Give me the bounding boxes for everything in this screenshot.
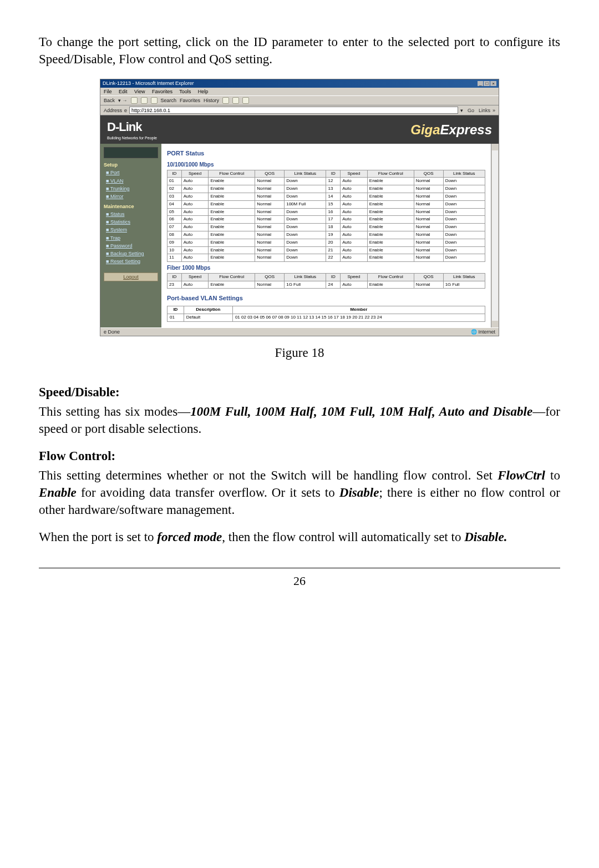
back-button[interactable]: Back <box>104 97 115 104</box>
stop-icon[interactable] <box>131 97 138 104</box>
edit-icon[interactable] <box>242 97 249 104</box>
intro-paragraph: To change the port setting, click on the… <box>39 33 560 68</box>
menu-file[interactable]: File <box>104 89 112 94</box>
table-row[interactable]: 04AutoEnableNormal100M Full15AutoEnableN… <box>167 200 485 208</box>
browser-window: DLink-12213 - Microsoft Internet Explore… <box>100 79 499 336</box>
speed-disable-paragraph: This setting has six modes—100M Full, 10… <box>39 403 560 437</box>
table-row[interactable]: 05AutoEnableNormalDown16AutoEnableNormal… <box>167 208 485 216</box>
sidebar-item-system[interactable]: ■ System <box>106 226 158 233</box>
table-row[interactable]: 06AutoEnableNormalDown17AutoEnableNormal… <box>167 216 485 224</box>
speed-disable-title: Speed/Disable: <box>39 383 560 401</box>
sidebar-item-reset[interactable]: ■ Reset Setting <box>106 258 158 265</box>
sidebar: Setup ■ Port ■ VLAN ■ Trunking ■ Mirror … <box>100 144 161 327</box>
menu-help[interactable]: Help <box>198 89 209 94</box>
sidebar-item-mirror[interactable]: ■ Mirror <box>106 193 158 200</box>
main-panel: PORT Status 10/100/1000 Mbps IDSpeedFlow… <box>161 144 491 327</box>
minimize-icon[interactable]: _ <box>478 81 483 86</box>
browser-titlebar: DLink-12213 - Microsoft Internet Explore… <box>100 79 499 88</box>
history-button[interactable]: History <box>204 97 219 104</box>
browser-menubar[interactable]: File Edit View Favorites Tools Help <box>100 88 499 95</box>
status-right: 🌐 Internet <box>471 329 495 335</box>
favorites-button[interactable]: Favorites <box>180 97 200 104</box>
table-row[interactable]: 07AutoEnableNormalDown18AutoEnableNormal… <box>167 224 485 231</box>
table-row[interactable]: 03AutoEnableNormalDown14AutoEnableNormal… <box>167 193 485 201</box>
browser-toolbar[interactable]: Back ▾ → Search Favorites History <box>100 95 499 105</box>
home-icon[interactable] <box>151 97 158 104</box>
fiber-heading: Fiber 1000 Mbps <box>167 264 485 272</box>
browser-statusbar: e Done 🌐 Internet <box>100 327 499 336</box>
print-icon[interactable] <box>232 97 239 104</box>
logout-button[interactable]: Logout <box>104 272 158 281</box>
menu-view[interactable]: View <box>134 89 145 94</box>
menu-tools[interactable]: Tools <box>179 89 191 94</box>
table-row[interactable]: 09AutoEnableNormalDown20AutoEnableNormal… <box>167 239 485 246</box>
scrollbar[interactable] <box>491 144 499 327</box>
address-input[interactable] <box>129 107 458 114</box>
sidebar-item-backup[interactable]: ■ Backup Setting <box>106 250 158 257</box>
go-button[interactable]: Go <box>468 107 474 114</box>
flow-control-paragraph-1: This setting determines whether or not t… <box>39 467 560 518</box>
port-status-heading: PORT Status <box>167 149 485 158</box>
table-row[interactable]: 11AutoEnableNormalDown22AutoEnableNormal… <box>167 254 485 262</box>
screenshot-figure: DLink-12213 - Microsoft Internet Explore… <box>100 79 499 336</box>
sidebar-group-setup: Setup <box>104 162 158 168</box>
menu-favorites[interactable]: Favorites <box>152 89 172 94</box>
dlink-logo: D-Link <box>107 120 141 134</box>
sidebar-item-trunking[interactable]: ■ Trunking <box>106 185 158 192</box>
dlink-tagline: Building Networks for People <box>107 135 157 140</box>
figure-caption: Figure 18 <box>39 344 560 361</box>
window-controls[interactable]: _□× <box>477 80 496 87</box>
table-row[interactable]: 02AutoEnableNormalDown13AutoEnableNormal… <box>167 185 485 193</box>
port-table: IDSpeedFlow ControlQOSLink Status IDSpee… <box>167 170 485 263</box>
footer-rule <box>39 568 560 568</box>
page-number: 26 <box>39 573 560 589</box>
close-icon[interactable]: × <box>490 81 496 86</box>
search-button[interactable]: Search <box>161 97 177 104</box>
table-row[interactable]: 23AutoEnableNormal1G Full 24AutoEnableNo… <box>167 281 485 289</box>
sidebar-item-statistics[interactable]: ■ Statistics <box>106 219 158 225</box>
product-name: GigaExpress <box>410 121 492 139</box>
address-label: Address <box>104 107 122 114</box>
switch-image <box>104 147 158 158</box>
maximize-icon[interactable]: □ <box>484 81 490 86</box>
browser-addressbar: Address e ▾ Go Links » <box>100 105 499 115</box>
mail-icon[interactable] <box>222 97 229 104</box>
mbps-heading: 10/100/1000 Mbps <box>167 161 485 169</box>
product-banner: D-Link Building Networks for People Giga… <box>100 115 499 144</box>
table-row[interactable]: 10AutoEnableNormalDown21AutoEnableNormal… <box>167 246 485 254</box>
vlan-table: IDDescriptionMember 01Default01 02 03 04… <box>167 306 485 322</box>
sidebar-item-vlan[interactable]: ■ VLAN <box>106 178 158 184</box>
sidebar-group-maintenance: Maintenance <box>104 203 158 210</box>
status-left: e Done <box>104 329 120 335</box>
sidebar-item-password[interactable]: ■ Password <box>106 243 158 249</box>
refresh-icon[interactable] <box>141 97 148 104</box>
fiber-table: IDSpeedFlow ControlQOSLink Status IDSpee… <box>167 273 485 289</box>
sidebar-item-port[interactable]: ■ Port <box>106 169 158 176</box>
table-row[interactable]: 01Default01 02 03 04 05 06 07 08 09 10 1… <box>167 314 485 321</box>
links-button[interactable]: Links <box>479 107 490 114</box>
window-title: DLink-12213 - Microsoft Internet Explore… <box>103 80 194 87</box>
table-row[interactable]: 08AutoEnableNormalDown19AutoEnableNormal… <box>167 231 485 239</box>
vlan-heading: Port-based VLAN Settings <box>167 294 485 302</box>
flow-control-paragraph-2: When the port is set to forced mode, the… <box>39 528 560 546</box>
sidebar-item-trap[interactable]: ■ Trap <box>106 235 158 241</box>
table-row[interactable]: 01AutoEnableNormalDown12AutoEnableNormal… <box>167 178 485 185</box>
sidebar-item-status[interactable]: ■ Status <box>106 211 158 218</box>
ie-icon: e <box>124 107 127 114</box>
flow-control-title: Flow Control: <box>39 447 560 465</box>
menu-edit[interactable]: Edit <box>119 89 128 94</box>
